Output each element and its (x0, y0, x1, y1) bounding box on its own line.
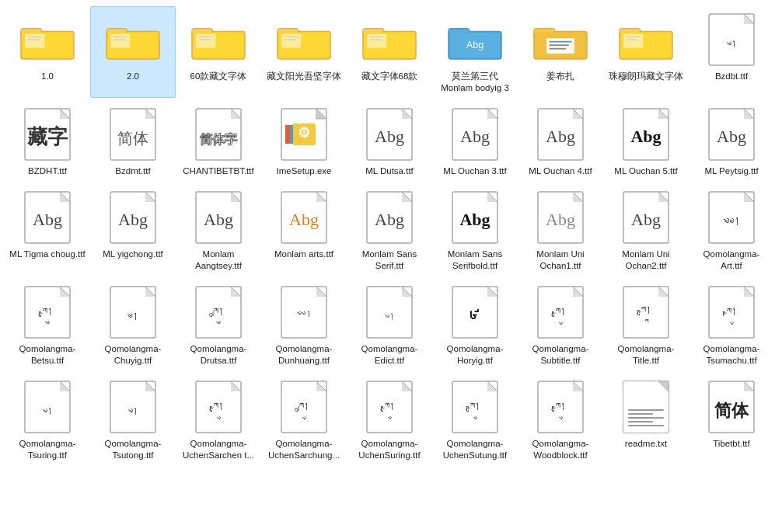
file-item-file-19[interactable]: ༄༅། Qomolangma-Art.ttf (689, 184, 774, 276)
file-item-file-18[interactable]: Abg Monlam Uni Ochan2.ttf (603, 184, 689, 276)
ttf-tib-icon: ཀྲུ།༄ (276, 379, 332, 435)
ttf-tib-icon: ཀྵུ།༄ (532, 284, 588, 340)
file-item-file-32[interactable]: ཀྲུ།༄ Qomolangma-UchenSarchung... (261, 374, 347, 465)
file-label: readme.txt (625, 438, 667, 450)
file-item-file-34[interactable]: ཀྵུ།༄ Qomolangma-UchenSutung.ttf (432, 374, 518, 465)
file-item-file-10[interactable]: Abg ML Peytsig.ttf (689, 101, 774, 181)
file-item-folder-1[interactable]: 1.0 (5, 6, 90, 98)
file-item-folder-8[interactable]: 珠穆朗玛藏文字体 (603, 6, 689, 98)
svg-rect-29 (370, 39, 381, 40)
svg-text:༄: ༄ (302, 414, 306, 422)
file-item-folder-3[interactable]: 60款藏文字体 (176, 6, 261, 98)
file-label: Qomolangma-Dunhuang.ttf (265, 343, 343, 367)
file-item-file-23[interactable]: ༄༅། Qomolangma-Dunhuang.ttf (261, 279, 347, 370)
svg-text:༄: ༄ (388, 414, 392, 422)
file-item-file-37[interactable]: 简体 Tibetbt.ttf (689, 374, 774, 465)
file-item-folder-2[interactable]: 2.0 (90, 6, 176, 98)
file-item-file-31[interactable]: ཀྵུ།༄ Qomolangma-UchenSarchen t... (176, 374, 261, 465)
file-item-file-11[interactable]: Abg ML Tigma choug.ttf (5, 184, 90, 276)
file-label: Qomolangma-UchenSutung.ttf (436, 438, 514, 461)
file-item-file-8[interactable]: Abg ML Ouchan 4.ttf (518, 101, 603, 181)
ttf-abg-orange-icon: Abg (276, 190, 332, 245)
ttf-tib-icon: ༄། (19, 379, 75, 435)
svg-text:Abg: Abg (375, 127, 404, 146)
file-item-file-5[interactable]: ⚙ ImeSetup.exe (261, 101, 347, 181)
file-item-file-26[interactable]: ཀྵུ།༄ Qomolangma-Subtitle.ttf (518, 279, 603, 370)
ttf-chinese-thin-icon: 简体 (105, 106, 161, 162)
file-label: ML Peytsig.ttf (704, 165, 758, 177)
folder-icon (618, 12, 674, 68)
svg-text:Abg: Abg (546, 127, 575, 146)
svg-text:𑀳𑀺: 𑀳𑀺 (468, 308, 482, 323)
svg-text:Abg: Abg (460, 127, 490, 146)
file-item-file-27[interactable]: ཀྵུ།ཀ Qomolangma-Title.ttf (603, 279, 689, 370)
file-item-file-9[interactable]: Abg ML Ouchan 5.ttf (603, 101, 689, 181)
ttf-tib-icon: 𑀳𑀺 (447, 284, 503, 340)
svg-text:༄: ༄ (217, 414, 221, 422)
ttf-tib-icon: ༄། (361, 284, 417, 340)
file-item-file-4[interactable]: 简体字 CHANTIBETBT.ttf (176, 101, 261, 181)
svg-text:Abg: Abg (118, 210, 148, 229)
file-item-file-33[interactable]: ཀྵུ།༄ Qomolangma-UchenSuring.ttf (347, 374, 432, 465)
file-label: Qomolangma-UchenSarchung... (265, 438, 343, 461)
file-item-file-6[interactable]: Abg ML Dutsa.ttf (347, 101, 432, 181)
file-label: ML yigchong.ttf (103, 249, 163, 260)
folder-icon (19, 12, 75, 68)
file-label: Monlam Sans Serifbold.ttf (436, 249, 514, 272)
file-item-folder-7[interactable]: 姜布扎 (518, 6, 603, 98)
file-label: Monlam arts.ttf (274, 249, 333, 260)
file-item-folder-6[interactable]: Abg 莫兰第三代 Monlam bodyig 3 (432, 6, 518, 98)
svg-text:Abg: Abg (631, 210, 661, 229)
file-item-file-20[interactable]: ཀྵུ།༄ Qomolangma-Betsu.ttf (5, 279, 90, 370)
ttf-tib-icon: ཀྵུ།༄ (447, 379, 503, 435)
svg-text:简体字: 简体字 (200, 132, 238, 146)
file-item-file-29[interactable]: ༄། Qomolangma-Tsuring.ttf (5, 374, 90, 465)
file-item-file-24[interactable]: ༄། Qomolangma-Edict.ttf (347, 279, 432, 370)
file-label: Qomolangma-Edict.ttf (351, 343, 428, 367)
file-item-file-13[interactable]: Abg Monlam Aangtsey.ttf (176, 184, 261, 276)
ttf-tib-icon: ཀྵུ།༄ (361, 379, 417, 435)
file-item-file-22[interactable]: ཀྲུ།༄ Qomolangma-Drutsa.ttf (176, 279, 261, 370)
file-label: Monlam Aangtsey.ttf (180, 249, 257, 272)
file-item-file-14[interactable]: Abg Monlam arts.ttf (261, 184, 347, 276)
file-item-file-1[interactable]: ༄། Bzdbt.ttf (689, 6, 774, 98)
file-item-file-30[interactable]: ༄། Qomolangma-Tsutong.ttf (90, 374, 176, 465)
file-label: Qomolangma-Chuyig.ttf (94, 343, 172, 367)
ttf-tib-icon: ཀྵུ།༄ (190, 379, 246, 435)
svg-text:简体: 简体 (117, 130, 148, 147)
file-item-file-35[interactable]: ཀྵུ།༄ Qomolangma-Woodblock.ttf (518, 374, 603, 465)
file-item-file-2[interactable]: 藏字 BZDHT.ttf (5, 101, 90, 181)
file-label: Qomolangma-Drutsa.ttf (180, 343, 257, 367)
file-item-file-16[interactable]: Abg Monlam Sans Serifbold.ttf (432, 184, 518, 276)
file-label: 姜布扎 (546, 71, 574, 82)
file-label: Bzdbt.ttf (715, 71, 748, 82)
file-item-file-3[interactable]: 简体 Bzdmt.ttf (90, 101, 176, 181)
file-item-file-25[interactable]: 𑀳𑀺 Qomolangma-Horyig.ttf (432, 279, 518, 370)
file-item-folder-4[interactable]: 藏文阳光吾坚字体 (261, 6, 347, 98)
svg-text:Abg: Abg (204, 210, 233, 229)
file-item-file-12[interactable]: Abg ML yigchong.ttf (90, 184, 176, 276)
svg-text:Abg: Abg (717, 127, 746, 146)
file-label: ML Tigma choug.ttf (9, 249, 85, 260)
file-item-file-15[interactable]: Abg Monlam Sans Serif.ttf (347, 184, 432, 276)
ttf-abg-icon: Abg (361, 190, 417, 245)
svg-text:༄: ༄ (473, 414, 477, 422)
svg-text:༄: ༄ (730, 319, 734, 328)
file-item-file-28[interactable]: ཀྵ།༄ Qomolangma-Tsumachu.ttf (689, 279, 774, 370)
svg-text:༄: ༄ (559, 319, 563, 328)
file-item-file-17[interactable]: Abg Monlam Uni Ochan1.ttf (518, 184, 603, 276)
file-label: Qomolangma-Tsutong.ttf (94, 438, 172, 461)
file-label: 珠穆朗玛藏文字体 (609, 71, 683, 82)
svg-text:༄།: ༄། (127, 311, 138, 322)
file-item-folder-5[interactable]: 藏文字体68款 (347, 6, 432, 98)
file-item-file-7[interactable]: Abg ML Ouchan 3.ttf (432, 101, 518, 181)
file-item-file-36[interactable]: readme.txt (603, 374, 689, 465)
file-label: Qomolangma-Tsuring.ttf (9, 438, 86, 461)
folder-icon: Abg (447, 12, 503, 68)
svg-rect-38 (550, 41, 572, 43)
file-label: Bzdmt.ttf (115, 165, 150, 177)
file-item-file-21[interactable]: ༄། Qomolangma-Chuyig.ttf (90, 279, 176, 370)
svg-rect-46 (627, 39, 637, 40)
svg-text:Abg: Abg (546, 210, 575, 229)
svg-rect-23 (285, 39, 295, 40)
